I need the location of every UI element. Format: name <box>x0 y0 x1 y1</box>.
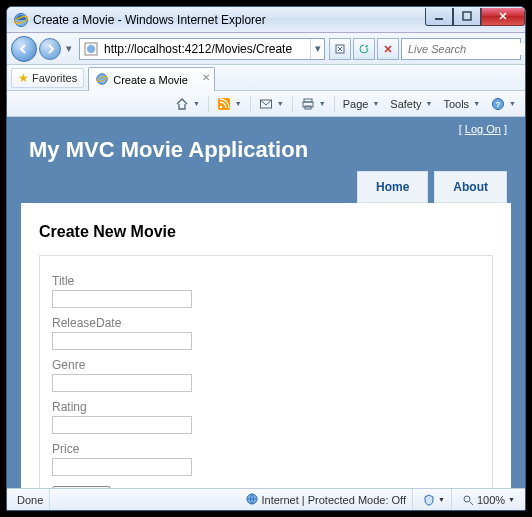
zoom-value: 100% <box>477 494 505 506</box>
label-genre: Genre <box>52 358 480 372</box>
status-protected-icon[interactable]: ▼ <box>417 489 452 510</box>
page-heading: Create New Movie <box>39 223 493 241</box>
login-section: [ Log On ] <box>7 117 525 135</box>
address-dropdown[interactable]: ▾ <box>310 39 324 59</box>
logon-link[interactable]: Log On <box>465 123 501 135</box>
page-viewport: [ Log On ] My MVC Movie Application Home… <box>7 117 525 488</box>
address-input[interactable] <box>102 40 310 58</box>
favorites-button[interactable]: ★ Favorites <box>11 68 84 88</box>
label-price: Price <box>52 442 480 456</box>
menu-home[interactable]: Home <box>357 171 428 203</box>
svg-rect-2 <box>435 18 443 20</box>
browser-window: Create a Movie - Windows Internet Explor… <box>6 6 526 511</box>
command-bar: ▼ ▼ ▼ ▼ Page▼ Safety▼ Tools▼ ?▼ <box>7 91 525 117</box>
zoom-control[interactable]: 100% ▼ <box>456 489 521 510</box>
status-left: Done <box>11 489 50 510</box>
tools-menu[interactable]: Tools▼ <box>438 94 485 114</box>
address-bar: ▾ <box>79 38 325 60</box>
input-title[interactable] <box>52 290 192 308</box>
svg-point-5 <box>87 45 95 53</box>
mail-icon-button[interactable]: ▼ <box>254 94 289 114</box>
label-title: Title <box>52 274 480 288</box>
tab-close-icon[interactable]: ✕ <box>202 72 210 83</box>
input-release-date[interactable] <box>52 332 192 350</box>
site-icon <box>83 41 99 57</box>
menu-about[interactable]: About <box>434 171 507 203</box>
favorites-label: Favorites <box>32 72 77 84</box>
svg-rect-3 <box>463 12 471 20</box>
app-title: My MVC Movie Application <box>29 137 525 163</box>
status-bar: Done Internet | Protected Mode: Off ▼ 10… <box>7 488 525 510</box>
help-icon-button[interactable]: ?▼ <box>486 94 521 114</box>
star-icon: ★ <box>18 71 29 85</box>
main-menu: Home About <box>7 171 525 203</box>
compat-view-button[interactable] <box>329 38 351 60</box>
svg-text:?: ? <box>496 100 501 109</box>
svg-point-20 <box>464 496 470 502</box>
main-content: Create New Movie Title ReleaseDate Genre… <box>21 203 511 488</box>
label-release-date: ReleaseDate <box>52 316 480 330</box>
search-input[interactable] <box>408 43 526 55</box>
status-zone: Internet | Protected Mode: Off <box>240 489 413 510</box>
zoom-icon <box>462 494 474 506</box>
title-bar: Create a Movie - Windows Internet Explor… <box>7 7 525 33</box>
back-button[interactable] <box>11 36 37 62</box>
forward-button[interactable] <box>39 38 61 60</box>
search-box <box>401 38 521 60</box>
input-price[interactable] <box>52 458 192 476</box>
home-icon-button[interactable]: ▼ <box>170 94 205 114</box>
nav-history-dropdown[interactable]: ▾ <box>63 42 75 55</box>
ie-icon <box>13 12 29 28</box>
window-title: Create a Movie - Windows Internet Explor… <box>33 13 425 27</box>
safety-menu[interactable]: Safety▼ <box>385 94 437 114</box>
input-genre[interactable] <box>52 374 192 392</box>
close-button[interactable] <box>481 8 525 26</box>
page-menu[interactable]: Page▼ <box>338 94 385 114</box>
navigation-bar: ▾ ▾ <box>7 33 525 65</box>
svg-point-12 <box>220 105 223 108</box>
refresh-button[interactable] <box>353 38 375 60</box>
tab-favicon-icon <box>95 72 109 88</box>
label-rating: Rating <box>52 400 480 414</box>
browser-tab[interactable]: Create a Movie ✕ <box>88 67 215 91</box>
maximize-button[interactable] <box>453 8 481 26</box>
minimize-button[interactable] <box>425 8 453 26</box>
stop-button[interactable] <box>377 38 399 60</box>
tab-bar: ★ Favorites Create a Movie ✕ <box>7 65 525 91</box>
input-rating[interactable] <box>52 416 192 434</box>
internet-zone-icon <box>246 493 258 507</box>
tab-label: Create a Movie <box>113 74 188 86</box>
feeds-icon-button[interactable]: ▼ <box>212 94 247 114</box>
create-movie-form: Title ReleaseDate Genre Rating Price Cre… <box>39 255 493 488</box>
print-icon-button[interactable]: ▼ <box>296 94 331 114</box>
